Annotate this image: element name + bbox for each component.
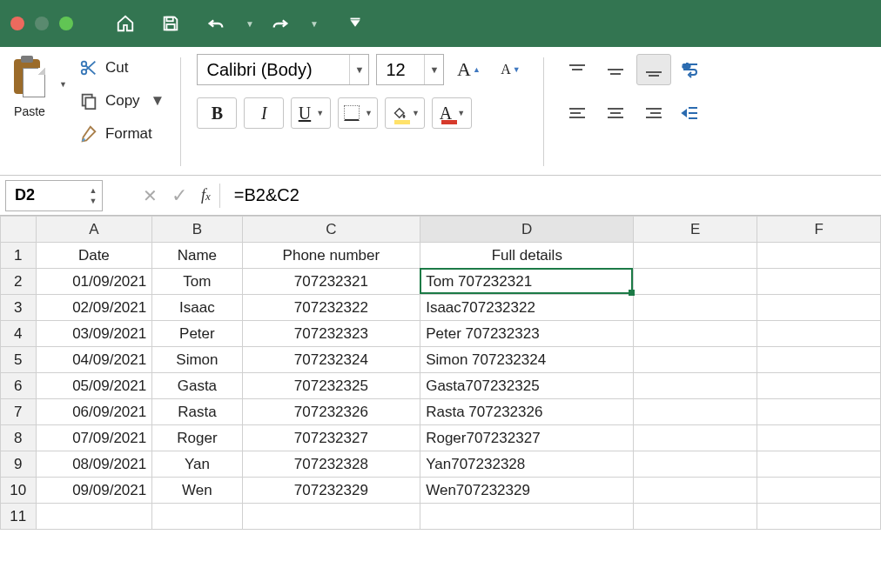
- cell-D2[interactable]: Tom 707232321: [420, 269, 634, 295]
- cell-D4[interactable]: Peter 707232323: [420, 321, 634, 347]
- cell-E9[interactable]: [634, 451, 757, 478]
- cell-A7[interactable]: 06/09/2021: [36, 399, 152, 425]
- borders-dropdown[interactable]: ▼: [365, 109, 373, 117]
- font-size-combo[interactable]: ▼: [376, 54, 444, 85]
- cell-F7[interactable]: [757, 399, 881, 425]
- cell-B1[interactable]: Name: [152, 243, 242, 269]
- cell-D5[interactable]: Simon 707232324: [420, 347, 634, 373]
- cell-F3[interactable]: [757, 295, 881, 321]
- cell-F2[interactable]: [757, 269, 881, 295]
- row-header-4[interactable]: 4: [1, 321, 37, 347]
- cell-A3[interactable]: 02/09/2021: [36, 295, 152, 321]
- row-header-6[interactable]: 6: [1, 373, 37, 399]
- cell-F4[interactable]: [757, 321, 881, 347]
- select-all-corner[interactable]: [1, 217, 37, 243]
- font-name-dropdown[interactable]: ▼: [349, 55, 368, 84]
- home-icon[interactable]: [113, 14, 138, 33]
- cell-D11[interactable]: [420, 504, 634, 530]
- cell-F8[interactable]: [757, 425, 881, 451]
- cell-A5[interactable]: 04/09/2021: [36, 347, 152, 373]
- cell-C1[interactable]: Phone number: [242, 243, 420, 269]
- copy-button[interactable]: Copy ▼: [79, 87, 165, 115]
- font-name-combo[interactable]: ▼: [197, 54, 369, 85]
- cell-B9[interactable]: Yan: [152, 451, 242, 478]
- font-size-dropdown[interactable]: ▼: [424, 55, 443, 84]
- bold-button[interactable]: B: [197, 97, 237, 129]
- formula-input[interactable]: [229, 185, 881, 205]
- cell-C5[interactable]: 707232324: [242, 347, 420, 373]
- cell-C2[interactable]: 707232321: [242, 269, 420, 295]
- cell-D1[interactable]: Full details: [420, 243, 634, 269]
- paste-button[interactable]: [9, 54, 50, 103]
- insert-function-button[interactable]: fx: [201, 186, 211, 204]
- italic-button[interactable]: I: [244, 97, 284, 129]
- cell-F5[interactable]: [757, 347, 881, 373]
- align-center-button[interactable]: [598, 97, 633, 129]
- qat-customize-icon[interactable]: [343, 14, 367, 33]
- fill-color-dropdown[interactable]: ▼: [412, 109, 420, 117]
- underline-dropdown[interactable]: ▼: [316, 109, 324, 117]
- align-left-button[interactable]: [560, 97, 595, 129]
- cell-D9[interactable]: Yan707232328: [420, 451, 634, 478]
- cell-F1[interactable]: [757, 243, 881, 269]
- cell-A9[interactable]: 08/09/2021: [36, 451, 152, 478]
- redo-dropdown[interactable]: ▼: [310, 19, 319, 29]
- cell-E3[interactable]: [634, 295, 757, 321]
- cell-F6[interactable]: [757, 373, 881, 399]
- shrink-font-button[interactable]: A▼: [493, 54, 528, 85]
- row-header-8[interactable]: 8: [1, 425, 37, 451]
- cell-E10[interactable]: [634, 478, 757, 504]
- worksheet[interactable]: ABCDEF1DateNamePhone numberFull details2…: [0, 216, 881, 530]
- column-header-B[interactable]: B: [152, 217, 242, 243]
- decrease-indent-button[interactable]: [675, 97, 706, 129]
- cell-D6[interactable]: Gasta707232325: [420, 373, 634, 399]
- cell-C7[interactable]: 707232326: [242, 399, 420, 425]
- font-color-dropdown[interactable]: ▼: [457, 109, 465, 117]
- font-name-input[interactable]: [198, 55, 349, 84]
- cell-B6[interactable]: Gasta: [152, 373, 242, 399]
- format-painter-button[interactable]: Format: [79, 120, 165, 148]
- cell-B11[interactable]: [152, 504, 242, 530]
- cell-B5[interactable]: Simon: [152, 347, 242, 373]
- undo-dropdown[interactable]: ▼: [245, 19, 254, 29]
- row-header-3[interactable]: 3: [1, 295, 37, 321]
- underline-button[interactable]: U▼: [291, 97, 331, 129]
- cell-C11[interactable]: [242, 504, 420, 530]
- cell-B4[interactable]: Peter: [152, 321, 242, 347]
- cut-button[interactable]: Cut: [79, 54, 165, 82]
- font-size-input[interactable]: [377, 55, 424, 84]
- align-bottom-button[interactable]: [636, 54, 671, 85]
- cell-A8[interactable]: 07/09/2021: [36, 425, 152, 451]
- cell-F11[interactable]: [757, 504, 881, 530]
- align-middle-button[interactable]: [598, 54, 633, 85]
- row-header-7[interactable]: 7: [1, 399, 37, 425]
- cell-E8[interactable]: [634, 425, 757, 451]
- row-header-11[interactable]: 11: [1, 504, 37, 530]
- align-right-button[interactable]: [636, 97, 671, 129]
- name-box-stepper[interactable]: ▲▼: [84, 185, 102, 206]
- enter-formula-button[interactable]: ✓: [171, 184, 187, 207]
- save-icon[interactable]: [158, 14, 183, 33]
- wrap-text-button[interactable]: ab: [675, 54, 706, 85]
- cell-B10[interactable]: Wen: [152, 478, 242, 504]
- align-top-button[interactable]: [560, 54, 595, 85]
- cell-E5[interactable]: [634, 347, 757, 373]
- cell-A10[interactable]: 09/09/2021: [36, 478, 152, 504]
- font-color-button[interactable]: A▼: [432, 97, 472, 129]
- row-header-2[interactable]: 2: [1, 269, 37, 295]
- column-header-C[interactable]: C: [242, 217, 420, 243]
- copy-dropdown[interactable]: ▼: [151, 92, 165, 110]
- cell-D10[interactable]: Wen707232329: [420, 478, 634, 504]
- redo-icon[interactable]: [268, 14, 293, 33]
- cell-B7[interactable]: Rasta: [152, 399, 242, 425]
- row-header-9[interactable]: 9: [1, 451, 37, 478]
- cell-A2[interactable]: 01/09/2021: [36, 269, 152, 295]
- cell-D3[interactable]: Isaac707232322: [420, 295, 634, 321]
- row-header-5[interactable]: 5: [1, 347, 37, 373]
- row-header-10[interactable]: 10: [1, 478, 37, 504]
- cell-F10[interactable]: [757, 478, 881, 504]
- column-header-A[interactable]: A: [36, 217, 152, 243]
- cell-C10[interactable]: 707232329: [242, 478, 420, 504]
- cell-A6[interactable]: 05/09/2021: [36, 373, 152, 399]
- cell-D8[interactable]: Roger707232327: [420, 425, 634, 451]
